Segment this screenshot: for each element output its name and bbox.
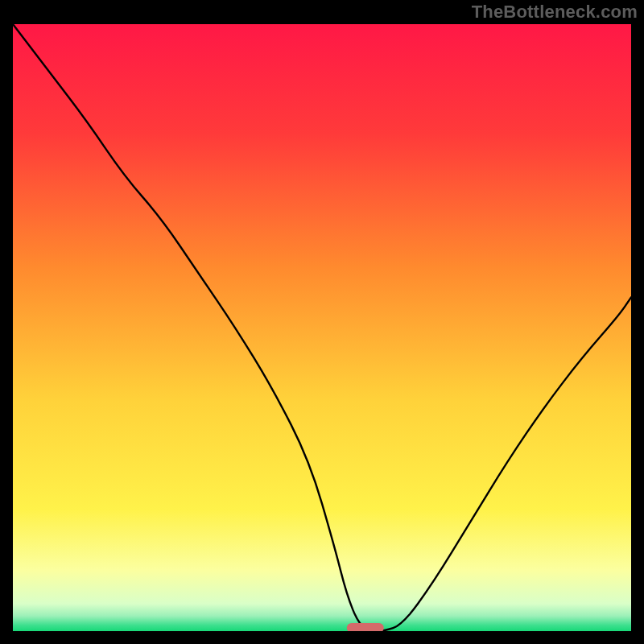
attribution-label: TheBottleneck.com — [472, 2, 638, 23]
curve-layer — [13, 24, 631, 631]
chart-frame: TheBottleneck.com — [0, 0, 644, 644]
plot-area — [13, 24, 631, 631]
optimal-marker — [347, 623, 384, 631]
bottleneck-curve-path — [13, 24, 631, 631]
